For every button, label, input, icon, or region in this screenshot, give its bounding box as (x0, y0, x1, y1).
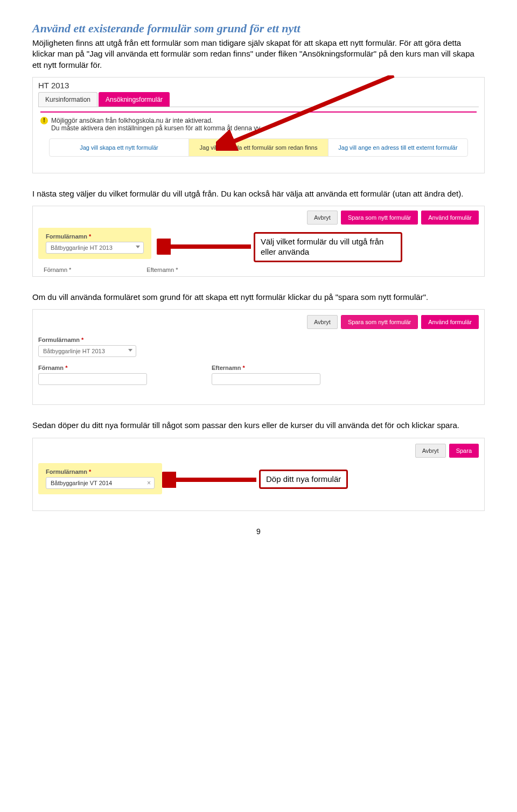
clear-icon[interactable]: × (147, 479, 151, 487)
annotation-callout: Välj vilket formulär du vill utgå från e… (254, 232, 402, 262)
annotation-arrow-icon (157, 239, 254, 255)
form-name-label: Formulärnamn * (38, 337, 479, 343)
form-name-select[interactable]: Båtbyggarlinje HT 2013 (38, 345, 136, 357)
section-heading: Använd ett existerande formulär som grun… (32, 22, 485, 36)
chevron-down-icon (136, 246, 140, 248)
tab-bar: Kursinformation Ansökningsformulär (38, 92, 479, 107)
screenshot-tabs: HT 2013 Kursinformation Ansökningsformul… (32, 77, 485, 173)
save-as-new-button[interactable]: Spara som nytt formulär (341, 211, 418, 225)
page-number: 9 (32, 527, 485, 536)
alert-line-1: Möjliggör ansökan från folkhogskola.nu ä… (51, 117, 262, 124)
alert-message: ! Möjliggör ansökan från folkhogskola.nu… (40, 111, 477, 132)
save-as-new-button[interactable]: Spara som nytt formulär (341, 315, 418, 329)
cancel-button[interactable]: Avbryt (307, 315, 338, 329)
screenshot-save-as-new: Avbryt Spara som nytt formulär Använd fo… (32, 309, 485, 405)
form-options: Jag vill skapa ett nytt formulär Jag vil… (49, 138, 468, 157)
cancel-button[interactable]: Avbryt (415, 444, 446, 458)
annotation-callout: Döp ditt nya formulär (259, 470, 348, 489)
paragraph-1: Möjligheten finns att utgå från ett form… (32, 38, 485, 71)
button-row: Avbryt Spara som nytt formulär Använd fo… (307, 211, 479, 225)
tab-ansokningsformular[interactable]: Ansökningsformulär (99, 92, 170, 107)
alert-line-2: Du måste aktivera den inställningen på k… (51, 124, 262, 132)
warning-icon: ! (40, 117, 48, 124)
paragraph-4: Sedan döper du ditt nya formulär till nå… (32, 420, 485, 431)
form-name-label: Formulärnamn * (46, 468, 155, 475)
screenshot-rename: Avbryt Spara Formulärnamn * Båtbyggarlin… (32, 438, 485, 511)
form-body: Formulärnamn * Båtbyggarlinje HT 2013 Fö… (38, 337, 479, 385)
form-name-input[interactable]: Båtbyggarlinje VT 2014× (46, 477, 155, 489)
option-external-address[interactable]: Jag vill ange en adress till ett externt… (329, 139, 467, 156)
button-row: Avbryt Spara (415, 444, 479, 458)
save-button[interactable]: Spara (449, 444, 479, 458)
tab-kursinformation[interactable]: Kursinformation (38, 92, 97, 107)
extra-fields: Förnamn * Efternamn * (44, 267, 178, 273)
paragraph-3: Om du vill använda formuläret som grund … (32, 292, 485, 303)
term-label: HT 2013 (38, 81, 479, 90)
fornamn-input[interactable] (38, 373, 147, 385)
option-create-new[interactable]: Jag vill skapa ett nytt formulär (50, 139, 189, 156)
chevron-down-icon (128, 349, 132, 352)
form-name-area: Formulärnamn * Båtbyggarlinje VT 2014× (38, 463, 162, 494)
use-form-button[interactable]: Använd formulär (421, 315, 479, 329)
option-use-existing[interactable]: Jag vill använda ett formulär som redan … (189, 139, 329, 156)
button-row: Avbryt Spara som nytt formulär Använd fo… (307, 315, 479, 329)
form-name-select[interactable]: Båtbyggarlinje HT 2013 (46, 242, 144, 254)
form-name-label: Formulärnamn * (46, 233, 144, 240)
screenshot-select-form: Avbryt Spara som nytt formulär Använd fo… (32, 206, 485, 277)
efternamn-label: Efternamn * (212, 365, 320, 371)
efternamn-input[interactable] (212, 373, 320, 385)
paragraph-2: I nästa steg väljer du vilket formulär d… (32, 188, 485, 199)
form-name-area: Formulärnamn * Båtbyggarlinje HT 2013 (38, 228, 151, 259)
fornamn-label: Förnamn * (38, 365, 147, 371)
efternamn-label: Efternamn * (146, 267, 178, 273)
fornamn-label: Förnamn * (44, 267, 71, 273)
use-form-button[interactable]: Använd formulär (421, 211, 479, 225)
cancel-button[interactable]: Avbryt (307, 211, 338, 225)
annotation-arrow-icon (162, 472, 259, 488)
